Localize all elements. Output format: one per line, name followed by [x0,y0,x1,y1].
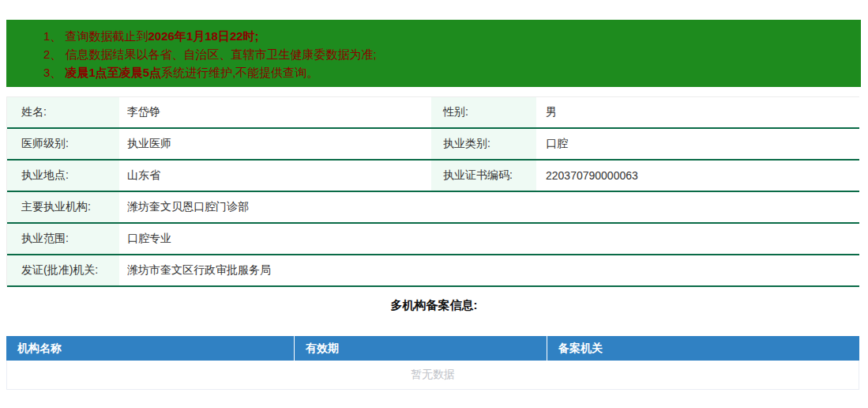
notice-line-1-text: 1、 查询数据截止到 [43,29,148,43]
doctor-level-value: 执业医师 [119,129,431,159]
practice-category-value: 口腔 [536,129,859,159]
main-institution-value: 潍坊奎文贝恩口腔门诊部 [119,192,859,222]
doctor-level-label: 医师级别: [7,129,119,159]
notice-line-1-bold: 2026年1月18日22时; [148,29,259,43]
filing-header-institution-name: 机构名称 [6,336,295,361]
main-institution-label: 主要执业机构: [7,192,119,222]
notice-banner: 1、 查询数据截止到2026年1月18日22时; 2、 信息数据结果以各省、自治… [6,20,861,87]
info-row-level-category: 医师级别: 执业医师 执业类别: 口腔 [7,129,859,161]
practice-scope-value: 口腔专业 [119,224,859,254]
filing-header-validity-period: 有效期 [295,336,547,361]
certificate-number-value: 220370790000063 [536,161,859,191]
practice-location-label: 执业地点: [7,161,119,191]
filing-header-filing-authority: 备案机关 [547,336,859,361]
notice-line-3-tail: 系统进行维护,不能提供查询。 [161,66,318,79]
notice-line-1: 1、 查询数据截止到2026年1月18日22时; [43,27,853,45]
filing-table-empty-state: 暂无数据 [6,361,859,390]
filing-table-header: 机构名称 有效期 备案机关 [6,336,859,361]
name-label: 姓名: [7,97,119,127]
practitioner-info-table: 姓名: 李岱铮 性别: 男 医师级别: 执业医师 执业类别: 口腔 执业地点: … [6,96,859,287]
info-row-practice-scope: 执业范围: 口腔专业 [7,224,859,255]
notice-line-3-bold: 凌晨1点至凌晨5点 [66,66,162,79]
notice-line-3: 3、 凌晨1点至凌晨5点系统进行维护,不能提供查询。 [43,63,853,81]
filing-table: 机构名称 有效期 备案机关 暂无数据 [6,336,859,390]
gender-value: 男 [536,97,859,127]
practice-location-value: 山东省 [119,161,431,191]
info-row-issuing-authority: 发证(批准)机关: 潍坊市奎文区行政审批服务局 [7,255,859,287]
info-row-main-institution: 主要执业机构: 潍坊奎文贝恩口腔门诊部 [7,192,859,224]
notice-line-2-text: 2、 信息数据结果以各省、自治区、直辖市卫生健康委数据为准; [43,47,377,61]
notice-line-3-text: 3、 [43,66,66,79]
practice-category-label: 执业类别: [431,129,536,159]
multi-institution-section-title: 多机构备案信息: [0,297,868,313]
practice-scope-label: 执业范围: [7,224,119,254]
issuing-authority-value: 潍坊市奎文区行政审批服务局 [119,255,859,285]
notice-line-2: 2、 信息数据结果以各省、自治区、直辖市卫生健康委数据为准; [43,45,853,63]
info-row-location-certificate: 执业地点: 山东省 执业证书编码: 220370790000063 [7,161,859,192]
gender-label: 性别: [431,97,536,127]
issuing-authority-label: 发证(批准)机关: [7,255,119,285]
info-row-name-gender: 姓名: 李岱铮 性别: 男 [7,97,859,129]
certificate-number-label: 执业证书编码: [431,161,536,191]
name-value: 李岱铮 [119,97,431,127]
